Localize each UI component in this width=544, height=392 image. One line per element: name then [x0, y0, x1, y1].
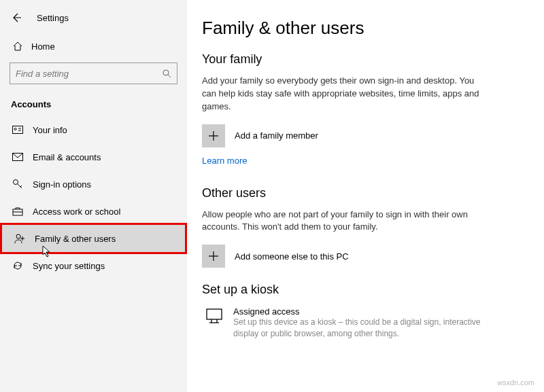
- search-icon: [162, 69, 171, 78]
- back-button[interactable]: [10, 11, 23, 24]
- svg-rect-19: [207, 309, 222, 319]
- add-family-label: Add a family member: [235, 130, 318, 141]
- app-title: Settings: [37, 13, 69, 23]
- family-heading: Your family: [202, 52, 524, 67]
- search-input[interactable]: [16, 69, 162, 79]
- family-description: Add your family so everybody gets their …: [202, 75, 488, 113]
- home-icon: [12, 41, 23, 52]
- assigned-access-desc: Set up this device as a kiosk – this cou…: [233, 317, 485, 340]
- svg-point-0: [163, 70, 169, 75]
- briefcase-icon: [12, 206, 23, 217]
- people-icon: [14, 233, 25, 244]
- monitor-icon: [205, 306, 224, 325]
- sidebar-item-label: Access work or school: [33, 207, 120, 217]
- learn-more-link[interactable]: Learn more: [202, 156, 247, 166]
- sidebar: Settings Home Accounts Your info Email &…: [0, 0, 187, 392]
- id-card-icon: [12, 124, 23, 135]
- plus-icon: [202, 124, 225, 147]
- page-title: Family & other users: [202, 18, 524, 39]
- add-other-label: Add someone else to this PC: [235, 251, 349, 262]
- svg-line-9: [20, 185, 22, 187]
- svg-line-1: [168, 75, 171, 77]
- assigned-access-button[interactable]: Assigned access Set up this device as a …: [202, 306, 524, 340]
- sync-icon: [12, 260, 23, 271]
- sidebar-item-your-info[interactable]: Your info: [0, 116, 187, 143]
- add-family-member-button[interactable]: Add a family member: [202, 124, 524, 147]
- other-users-description: Allow people who are not part of your fa…: [202, 209, 488, 234]
- sidebar-item-sync-settings[interactable]: Sync your settings: [0, 252, 187, 279]
- sidebar-item-label: Your info: [33, 125, 67, 135]
- sidebar-item-signin-options[interactable]: Sign-in options: [0, 171, 187, 198]
- svg-point-12: [16, 234, 20, 238]
- sidebar-item-label: Family & other users: [35, 234, 116, 244]
- kiosk-text: Assigned access Set up this device as a …: [233, 306, 485, 340]
- svg-rect-2: [13, 126, 23, 134]
- watermark: wsxdn.com: [497, 378, 534, 387]
- mail-icon: [12, 152, 23, 162]
- sidebar-item-label: Sync your settings: [33, 261, 105, 271]
- sidebar-item-work-school[interactable]: Access work or school: [0, 198, 187, 225]
- kiosk-heading: Set up a kiosk: [202, 283, 524, 297]
- main-content: Family & other users Your family Add you…: [187, 0, 544, 392]
- plus-icon: [202, 245, 225, 268]
- key-icon: [12, 179, 23, 190]
- arrow-left-icon: [11, 12, 22, 23]
- sidebar-item-label: Sign-in options: [33, 179, 91, 190]
- add-other-user-button[interactable]: Add someone else to this PC: [202, 245, 524, 268]
- home-button[interactable]: Home: [0, 34, 187, 60]
- sidebar-item-email-accounts[interactable]: Email & accounts: [0, 143, 187, 171]
- window-header: Settings: [0, 7, 187, 34]
- search-box[interactable]: [10, 63, 177, 84]
- section-heading: Accounts: [0, 96, 187, 116]
- svg-point-3: [14, 128, 16, 130]
- sidebar-item-family-other-users[interactable]: Family & other users: [0, 223, 187, 254]
- assigned-access-title: Assigned access: [233, 306, 485, 317]
- home-label: Home: [31, 41, 55, 52]
- svg-point-7: [14, 180, 18, 185]
- sidebar-item-label: Email & accounts: [33, 152, 101, 162]
- other-users-heading: Other users: [202, 186, 524, 200]
